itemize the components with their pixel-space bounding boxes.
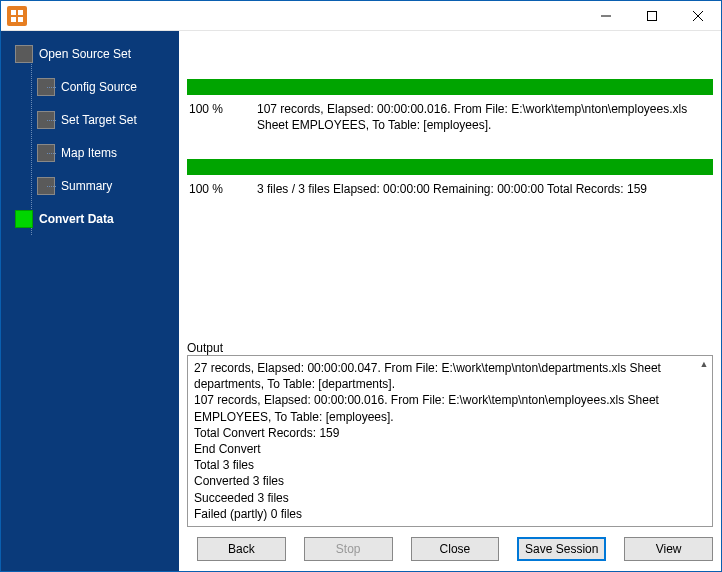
- total-progress-block: 100 % 3 files / 3 files Elapsed: 00:00:0…: [187, 159, 713, 197]
- file-progress-bar: [187, 79, 713, 95]
- output-line: End Convert: [194, 441, 694, 457]
- file-progress-info: 107 records, Elapsed: 00:00:00.016. From…: [257, 101, 713, 133]
- svg-rect-5: [648, 11, 657, 20]
- step-summary[interactable]: Summary: [27, 175, 179, 197]
- close-wizard-button[interactable]: Close: [411, 537, 500, 561]
- output-line: Total Convert Records: 159: [194, 425, 694, 441]
- output-line: 27 records, Elapsed: 00:00:00.047. From …: [194, 360, 694, 392]
- step-label: Config Source: [61, 80, 137, 94]
- back-button[interactable]: Back: [197, 537, 286, 561]
- svg-rect-1: [18, 10, 23, 15]
- stop-button: Stop: [304, 537, 393, 561]
- step-set-target-set[interactable]: Set Target Set: [27, 109, 179, 131]
- output-line: Converted 3 files: [194, 473, 694, 489]
- svg-rect-3: [18, 17, 23, 22]
- file-progress-block: 100 % 107 records, Elapsed: 00:00:00.016…: [187, 79, 713, 133]
- minimize-button[interactable]: [583, 1, 629, 31]
- step-label: Map Items: [61, 146, 117, 160]
- step-map-items[interactable]: Map Items: [27, 142, 179, 164]
- step-label: Convert Data: [39, 212, 114, 226]
- svg-rect-2: [11, 17, 16, 22]
- output-line: Failed (partly) 0 files: [194, 506, 694, 522]
- total-progress-info: 3 files / 3 files Elapsed: 00:00:00 Rema…: [257, 181, 713, 197]
- button-row: Back Stop Close Save Session View: [187, 527, 713, 563]
- output-line: Total 3 files: [194, 457, 694, 473]
- output-line: 107 records, Elapsed: 00:00:00.016. From…: [194, 392, 694, 424]
- svg-rect-0: [11, 10, 16, 15]
- wizard-sidebar: Open Source Set Config Source Set Target…: [1, 31, 179, 571]
- output-textarea[interactable]: 27 records, Elapsed: 00:00:00.047. From …: [187, 355, 713, 527]
- titlebar: [1, 1, 721, 31]
- step-label: Open Source Set: [39, 47, 131, 61]
- main-panel: 100 % 107 records, Elapsed: 00:00:00.016…: [179, 31, 721, 571]
- step-open-source-set[interactable]: Open Source Set: [11, 43, 179, 65]
- total-progress-bar: [187, 159, 713, 175]
- total-progress-percent: 100 %: [187, 181, 257, 197]
- maximize-button[interactable]: [629, 1, 675, 31]
- scroll-up-icon[interactable]: ▲: [696, 356, 712, 372]
- view-button[interactable]: View: [624, 537, 713, 561]
- step-convert-data[interactable]: Convert Data: [11, 208, 179, 230]
- step-label: Set Target Set: [61, 113, 137, 127]
- app-icon: [7, 6, 27, 26]
- output-label: Output: [187, 333, 713, 355]
- app-window: Open Source Set Config Source Set Target…: [0, 0, 722, 572]
- output-line: Succeeded 3 files: [194, 490, 694, 506]
- close-button[interactable]: [675, 1, 721, 31]
- step-label: Summary: [61, 179, 112, 193]
- file-progress-percent: 100 %: [187, 101, 257, 133]
- step-config-source[interactable]: Config Source: [27, 76, 179, 98]
- save-session-button[interactable]: Save Session: [517, 537, 606, 561]
